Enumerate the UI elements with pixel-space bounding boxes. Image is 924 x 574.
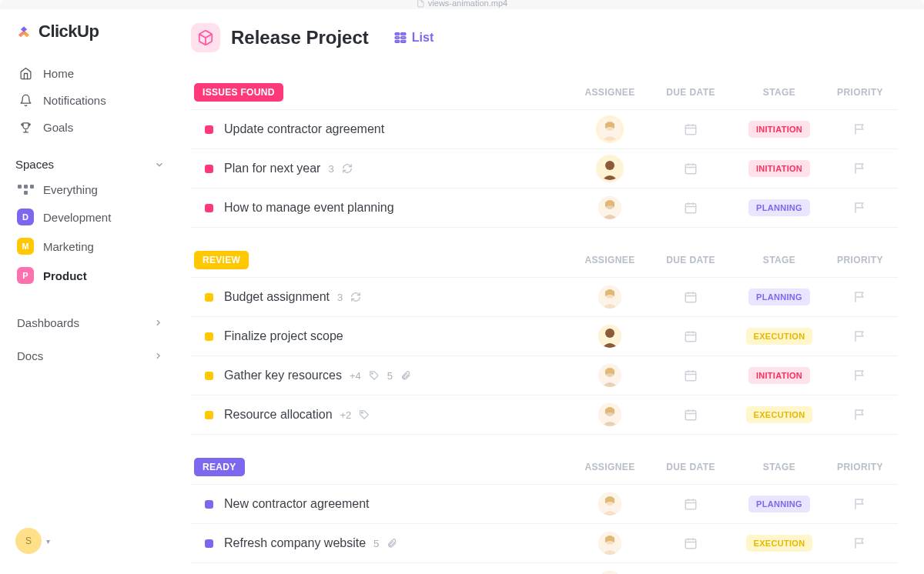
priority-cell[interactable] [825,408,895,422]
priority-cell[interactable] [825,162,895,175]
task-status-square[interactable] [205,411,213,419]
priority-cell[interactable] [825,536,895,550]
user-menu-chevron-icon[interactable]: ▾ [46,537,50,546]
stage-pill[interactable]: PLANNING [748,199,810,216]
tag-icon [369,370,380,381]
subtask-count[interactable]: 3 [328,163,352,175]
tags-count[interactable]: +4 [350,370,380,382]
due-date-cell[interactable] [648,536,733,550]
everything-icon [17,185,34,195]
svg-rect-27 [685,293,696,302]
task-row[interactable]: Finalize project scope EXECUTION [191,317,898,356]
flag-icon [853,122,867,136]
due-date-cell[interactable] [648,162,733,175]
attachment-count[interactable]: 5 [387,370,411,382]
priority-cell[interactable] [825,369,895,382]
assignee-avatar[interactable] [598,403,621,426]
task-row[interactable]: New contractor agreement PLANNING [191,485,898,524]
task-status-square[interactable] [205,125,213,134]
attachment-count[interactable]: 5 [373,538,397,549]
priority-cell[interactable] [825,290,895,304]
svg-rect-2 [395,37,399,38]
task-row[interactable]: Plan for next year 3 INITIATION [191,149,898,189]
view-switcher[interactable]: List [393,31,434,45]
flag-icon [853,329,867,343]
assignee-avatar[interactable] [598,532,621,555]
task-status-square[interactable] [205,539,213,548]
priority-cell[interactable] [825,201,895,215]
col-due-date: DUE DATE [648,462,733,472]
sidebar-space-everything[interactable]: Everything [15,177,165,202]
logo-text: ClickUp [38,22,99,42]
col-due-date: DUE DATE [648,255,733,265]
nav-item-notifications[interactable]: Notifications [15,87,165,114]
stage-pill[interactable]: EXECUTION [746,328,813,345]
task-row[interactable]: Resource allocation +2 EXECUTION [191,395,898,435]
task-row[interactable]: Gather key resources +4 5 INITIATION [191,356,898,395]
task-list: New contractor agreement PLANNING Refres… [191,484,898,574]
svg-rect-59 [685,539,696,549]
stage-pill[interactable]: INITIATION [748,367,810,384]
due-date-cell[interactable] [648,201,733,215]
priority-cell[interactable] [825,329,895,343]
task-row[interactable]: Update key objectives 5 EXECUTION [191,563,898,574]
spaces-header[interactable]: Spaces [15,158,165,171]
stage-pill[interactable]: EXECUTION [746,535,813,552]
user-avatar[interactable]: S [15,528,42,554]
nav-item-home[interactable]: Home [15,60,165,87]
sidebar-item-docs[interactable]: Docs [15,342,165,370]
stage-pill[interactable]: PLANNING [748,289,810,305]
svg-rect-40 [685,372,696,381]
status-pill[interactable]: READY [194,458,245,476]
sidebar-item-dashboards[interactable]: Dashboards [15,309,165,337]
task-row[interactable]: Update contractor agreement INITIATION [191,110,898,149]
tags-count[interactable]: +2 [340,409,370,421]
stage-pill[interactable]: PLANNING [748,496,810,512]
task-status-square[interactable] [205,332,213,341]
due-date-cell[interactable] [648,369,733,382]
flag-icon [853,408,867,422]
assignee-avatar[interactable] [598,157,621,180]
stage-pill[interactable]: INITIATION [748,121,810,138]
due-date-cell[interactable] [648,290,733,304]
status-pill[interactable]: REVIEW [194,251,249,269]
priority-cell[interactable] [825,122,895,136]
task-status-square[interactable] [205,165,213,173]
col-priority: PRIORITY [825,255,895,265]
logo[interactable]: ClickUp [15,22,165,42]
due-date-cell[interactable] [648,329,733,343]
due-date-cell[interactable] [648,408,733,422]
assignee-avatar[interactable] [598,325,621,348]
task-status-square[interactable] [205,372,213,380]
due-date-cell[interactable] [648,497,733,511]
assignee-avatar[interactable] [598,285,621,309]
nav-item-goals[interactable]: Goals [15,114,165,141]
sidebar-space-development[interactable]: DDevelopment [15,202,165,232]
svg-rect-5 [401,37,406,38]
flag-icon [853,369,867,382]
column-headers: ASSIGNEE DUE DATE STAGE PRIORITY [571,462,895,472]
priority-cell[interactable] [825,497,895,511]
task-row[interactable]: Budget assignment 3 PLANNING [191,278,898,317]
task-status-square[interactable] [205,204,213,212]
stage-pill[interactable]: INITIATION [748,160,810,177]
due-date-cell[interactable] [648,122,733,136]
svg-point-63 [598,571,621,574]
project-icon-badge[interactable] [191,23,220,52]
assignee-avatar[interactable] [598,364,621,387]
assignee-avatar[interactable] [598,492,621,516]
assignee-avatar[interactable] [598,196,621,219]
subtask-count[interactable]: 3 [337,292,361,303]
sidebar-space-marketing[interactable]: MMarketing [15,232,165,261]
sidebar-space-product[interactable]: PProduct [15,261,165,290]
stage-pill[interactable]: EXECUTION [746,406,813,423]
task-row[interactable]: How to manage event planning PLANNING [191,189,898,228]
task-status-square[interactable] [205,500,213,509]
main-content: Release Project List ISSUES FOUND ASSIGN… [177,9,924,574]
assignee-avatar[interactable] [598,571,621,574]
assignee-avatar[interactable] [598,118,621,141]
task-status-square[interactable] [205,293,213,302]
task-row[interactable]: Refresh company website 5 EXECUTION [191,524,898,563]
status-pill[interactable]: ISSUES FOUND [194,83,283,102]
sidebar: ClickUp HomeNotificationsGoals Spaces Ev… [0,9,177,574]
